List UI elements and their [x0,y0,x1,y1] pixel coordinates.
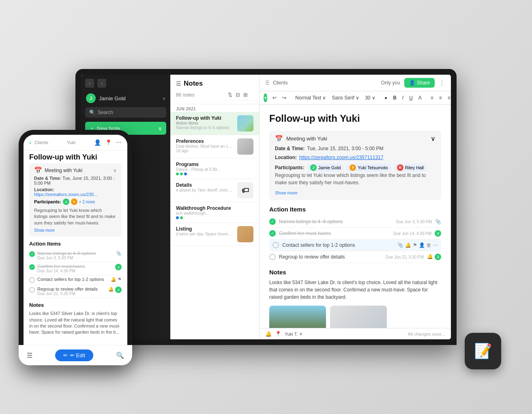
reminder-icon[interactable]: 🔔 [405,242,411,248]
highlight-button[interactable]: A [416,94,424,102]
checklist-button[interactable]: ≡ [446,94,451,102]
checkbox[interactable] [272,242,279,248]
search-bar[interactable]: 🔍 Search [85,107,166,118]
numbered-list-button[interactable]: ≡ [437,94,444,102]
action-due-date: Due Jun 3, 5:30 PM [396,220,432,224]
participant-avatar: J [310,164,317,171]
assign-icon[interactable]: 👤 [419,242,425,248]
font-dropdown[interactable]: Sans Serif ∨ [330,94,361,102]
checkbox-done[interactable] [269,218,276,225]
action-item[interactable]: Regroup to review offer details Due Jun … [269,251,441,263]
italic-button[interactable]: I [400,94,405,102]
phone-flag-icon: ⚑ [118,277,122,282]
phone-meeting-header[interactable]: 📅 Meeting with Yuki ∨ [34,166,117,174]
participant-name: Yuki Tetsumoto [358,165,388,170]
phone-more-icon[interactable]: ⋯ [116,139,122,146]
font-size-dropdown[interactable]: 30 ∨ [363,94,378,102]
phone-action-text: Narrow listings to 4–6 options [37,251,114,256]
phone-checkbox[interactable] [29,277,35,283]
photo-strip [269,306,441,328]
phone-checkbox-done[interactable] [29,251,35,257]
sidebar-nav: ‹ › [81,79,170,91]
phone-location-link[interactable]: https://zerealtors.zoom.us/235... [34,192,98,197]
add-content-button[interactable]: + [264,93,267,102]
share-button[interactable]: 👤 Share [404,78,435,88]
phone-body[interactable]: 📅 Meeting with Yuki ∨ Date & Time: Tue, … [24,163,127,360]
sharing-status: Only you [381,80,400,86]
bell-icon[interactable]: 🔔 [265,331,272,337]
phone-search-icon[interactable]: 🔍 [116,351,124,359]
phone-edit-button[interactable]: ✏ ✏ Edit [55,349,93,360]
note-item[interactable]: Details e airport by 7am. lkeoff, check … [170,179,259,202]
app-logo: 📝 [465,333,501,369]
phone-action-text: Regroup to review offer details [37,287,106,291]
note-item[interactable]: Follow-up with Yuki Action Items Narrow … [170,112,259,135]
phone-add-user-icon[interactable]: 👤 [94,139,101,146]
grid-view-button[interactable]: ⊞ [243,92,248,98]
action-item[interactable]: Contact sellers for top 1-2 options 📎 🔔 … [269,239,441,251]
redo-button[interactable]: ↪ [280,94,288,102]
note-sub: Action Items [176,121,234,125]
phone-back-button[interactable]: ‹ [29,139,31,146]
show-more-button[interactable]: Show more [275,190,298,195]
attachment-icon[interactable]: 📎 [397,242,403,248]
meeting-title: Meeting with Yuki [286,136,427,142]
checkbox[interactable] [269,254,276,260]
note-item[interactable]: Listing d twice per day. Space hours apa… [170,223,259,246]
phone-location-icon[interactable]: 📍 [105,139,112,146]
nav-back-button[interactable]: ‹ [85,79,94,88]
photo-item[interactable] [330,306,387,328]
phone-action-item[interactable]: Narrow listings to 4–6 options Due Jun 3… [29,249,122,262]
phone-action-item[interactable]: Contact sellers for top 1-2 options 🔔 ⚑ [29,275,122,285]
note-title: Programs [176,162,253,167]
app-body: ☰ Notes 86 notes ⇅ ⊟ ⊞ [170,75,451,339]
underline-button[interactable]: U [407,94,415,102]
note-title: Preferences [176,138,234,144]
more-options-button[interactable]: ⋮ [439,79,445,87]
checkbox-done[interactable] [269,230,276,237]
phone-checkbox-done[interactable] [29,264,35,270]
location-icon[interactable]: 📍 [275,331,281,337]
phone-action-item[interactable]: Confirm her must-haves Due Jun 14, 4:30 … [29,262,122,275]
nav-forward-button[interactable]: › [97,79,106,88]
color-picker-button[interactable]: ● [382,94,389,102]
phone-action-item[interactable]: Regroup to review offer details Due Jun … [29,285,122,298]
phone-show-more[interactable]: Show more [34,228,55,233]
sort-button[interactable]: ⇅ [228,92,232,98]
participant-name: Jamie Gold [318,165,341,170]
action-item[interactable]: Narrow listings to 4–6 options Due Jun 3… [269,216,441,228]
location-link[interactable]: https://zerealtors.zoom.us/2357111317 [299,155,383,160]
phone-more-participants[interactable]: + 2 more [79,200,95,204]
user-chip[interactable]: Yuki T. ∨ [285,331,302,336]
phone-date-label: Date & Time: [34,176,61,181]
action-item[interactable]: Confirm her must-haves Due Jun 14, 4:30 … [269,228,441,239]
text-style-dropdown[interactable]: Normal Text ∨ [293,94,328,102]
logo-icon: 📝 [474,343,492,360]
note-thumbnail: 🏷 [237,182,253,198]
note-item[interactable]: Walkthrough Procedure ach walkthrough... [170,202,259,223]
note-editor[interactable]: Follow-up with Yuki 📅 Meeting with Yuki … [260,105,451,328]
photo-item[interactable] [269,306,326,328]
tag-dot [184,172,187,175]
delete-icon[interactable]: 🗑 [427,242,431,248]
note-item[interactable]: Programs Dance - Pickup at 5:30... [170,158,259,179]
notes-header: ☰ Notes 86 notes ⇅ ⊟ ⊞ [170,75,259,104]
user-row[interactable]: J Jamie Gold ∨ [81,91,170,106]
flag-icon[interactable]: ⚑ [413,242,417,248]
notes-section-title: Notes [269,269,441,276]
phone-participant-avatar: Y [71,198,77,205]
action-item-text: Narrow listings to 4–6 options [279,219,393,224]
meeting-header[interactable]: 📅 Meeting with Yuki ∨ [275,135,435,142]
meeting-block: 📅 Meeting with Yuki ∨ Date & Time: Tue, … [269,131,441,200]
bullet-list-button[interactable]: ≡ [429,94,435,102]
undo-button[interactable]: ↩ [270,94,279,102]
notes-section: Notes Looks like 5347 Silver Lake Dr. is… [269,269,441,328]
note-item[interactable]: Preferences Deal kitchen. Must have an c… [170,135,259,158]
phone-attachment-icon: 📎 [116,251,122,256]
tag-dot [180,216,183,219]
more-icon[interactable]: ⋯ [433,242,438,248]
bold-button[interactable]: B [391,94,399,102]
phone-checkbox[interactable] [29,287,35,293]
phone-menu-icon[interactable]: ☰ [27,351,32,359]
filter-button[interactable]: ⊟ [236,92,240,98]
